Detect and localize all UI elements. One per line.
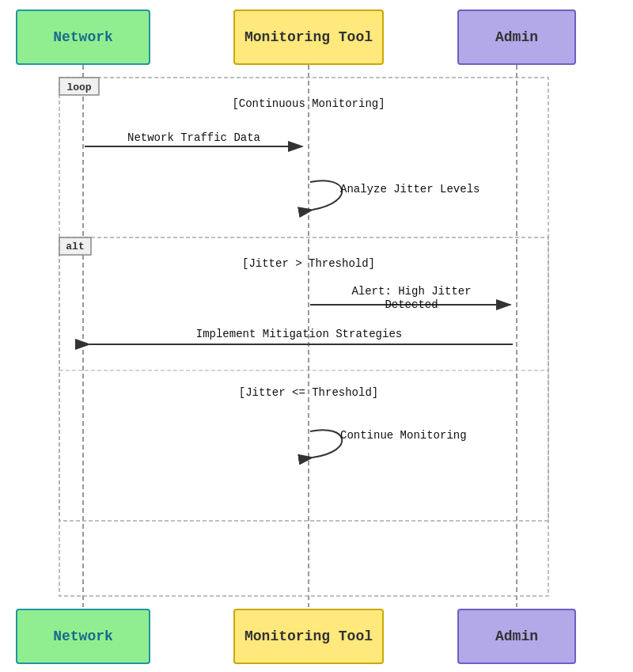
- actor-admin-bot-label: Admin: [495, 628, 538, 644]
- svg-rect-8: [59, 78, 99, 95]
- svg-text:alt: alt: [66, 241, 84, 252]
- actor-tool-bot: Monitoring Tool: [233, 609, 384, 664]
- svg-rect-15: [59, 237, 91, 255]
- svg-rect-7: [59, 78, 548, 596]
- svg-rect-14: [59, 237, 548, 521]
- svg-text:[Continuous Monitoring]: [Continuous Monitoring]: [232, 97, 385, 110]
- actor-tool-top: Monitoring Tool: [233, 9, 384, 65]
- svg-text:Continue Monitoring: Continue Monitoring: [340, 429, 467, 442]
- actor-network-top-label: Network: [53, 29, 113, 45]
- actor-network-bot: Network: [16, 609, 150, 664]
- svg-text:Alert: High Jitter: Alert: High Jitter: [351, 285, 471, 298]
- actor-admin-top-label: Admin: [495, 29, 538, 45]
- svg-text:Implement Mitigation Strategie: Implement Mitigation Strategies: [196, 328, 402, 340]
- actor-network-top: Network: [16, 9, 150, 65]
- svg-text:[Jitter <= Threshold]: [Jitter <= Threshold]: [239, 386, 378, 399]
- actor-network-bot-label: Network: [53, 628, 113, 644]
- actor-tool-bot-label: Monitoring Tool: [244, 628, 373, 644]
- actor-tool-top-label: Monitoring Tool: [244, 29, 373, 45]
- svg-text:loop: loop: [66, 82, 91, 93]
- actor-admin-top: Admin: [457, 9, 576, 65]
- svg-text:Detected: Detected: [385, 298, 438, 311]
- sequence-diagram: Network Monitoring Tool Admin Network Mo…: [0, 0, 633, 672]
- svg-text:Analyze Jitter Levels: Analyze Jitter Levels: [340, 183, 479, 196]
- actor-admin-bot: Admin: [457, 609, 576, 664]
- svg-text:Network Traffic Data: Network Traffic Data: [127, 131, 260, 144]
- svg-text:[Jitter > Threshold]: [Jitter > Threshold]: [242, 257, 375, 270]
